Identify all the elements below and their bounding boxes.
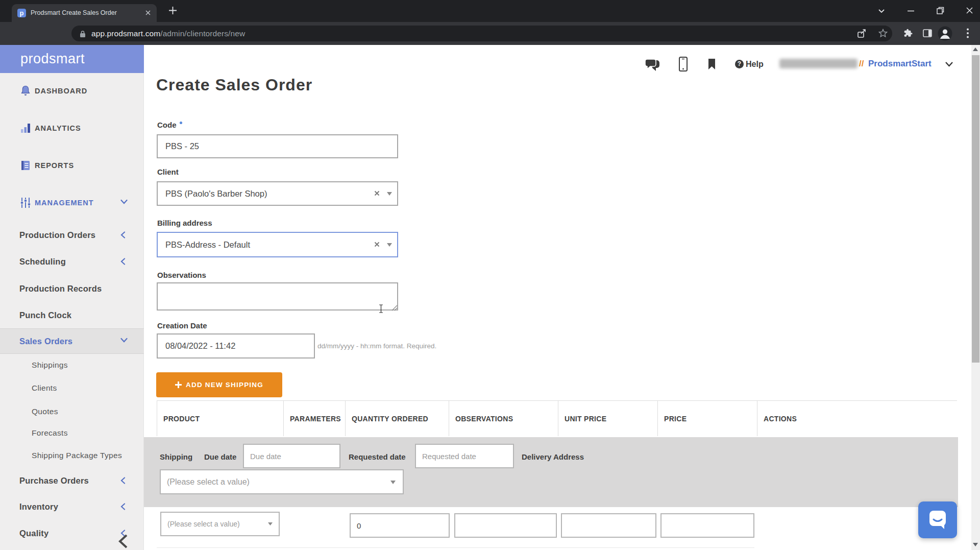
column-header-product: PRODUCT	[157, 401, 283, 436]
observations-label: Observations	[157, 271, 206, 279]
chat-widget-button[interactable]	[918, 501, 957, 538]
add-new-shipping-button[interactable]: ADD NEW SHIPPING	[156, 372, 282, 397]
sidebar-item-production-orders[interactable]: Production Orders	[0, 229, 144, 241]
sidebar-collapse-chevron[interactable]	[116, 534, 129, 549]
sidebar-item-quotes[interactable]: Quotes	[0, 406, 144, 417]
price-input[interactable]	[660, 513, 754, 538]
billing-address-select[interactable]: PBS-Address - Default	[157, 232, 398, 257]
sidebar-item-purchase-orders[interactable]: Purchase Orders	[0, 474, 144, 487]
prodsmart-favicon: p	[17, 9, 26, 17]
sidebar-item-scheduling[interactable]: Scheduling	[0, 255, 144, 268]
row-divider	[157, 547, 754, 548]
delivery-address-select[interactable]: (Please select a value)	[160, 469, 404, 494]
tab-title: Prodsmart Create Sales Order	[31, 9, 117, 16]
prodsmart-logo[interactable]: prodsmart	[0, 45, 144, 73]
requested-date-input[interactable]: Requested date	[415, 444, 514, 468]
user-name-redacted[interactable]	[779, 59, 857, 68]
browser-tab[interactable]: p Prodsmart Create Sales Order	[12, 4, 157, 22]
sidebar-item-production-records[interactable]: Production Records	[0, 282, 144, 295]
tab-search-chevron-icon[interactable]	[877, 7, 886, 15]
column-header-quantity-ordered: QUANTITY ORDERED	[345, 401, 449, 436]
lock-icon[interactable]	[80, 30, 86, 38]
scrollbar-up-arrow[interactable]	[973, 47, 978, 51]
client-label: Client	[157, 168, 179, 176]
column-header-actions: ACTIONS	[757, 401, 957, 436]
browser-menu-dots-icon[interactable]	[966, 28, 969, 39]
sidebar: prodsmart DASHBOARD ANALYTICS REPORTS MA…	[0, 45, 144, 550]
observations-input[interactable]	[454, 513, 557, 538]
sidebar-item-forecasts[interactable]: Forecasts	[0, 427, 144, 439]
observations-textarea[interactable]	[157, 282, 398, 310]
shipping-label: Shipping	[160, 452, 192, 461]
chevron-left-icon	[120, 258, 126, 265]
chevron-left-icon	[120, 503, 126, 510]
page-scrollbar[interactable]	[971, 45, 980, 550]
user-menu-chevron-icon[interactable]	[945, 61, 953, 67]
new-tab-button[interactable]	[168, 6, 177, 15]
company-name[interactable]: ProdsmartStart	[868, 59, 932, 69]
scrollbar-thumb[interactable]	[972, 55, 979, 363]
code-label: Code	[157, 121, 177, 129]
column-header-unit-price: UNIT PRICE	[558, 401, 657, 436]
help-label[interactable]: Help	[746, 60, 764, 69]
due-date-input[interactable]: Due date	[243, 444, 340, 468]
tab-close-icon[interactable]	[144, 9, 152, 16]
sidebar-item-reports[interactable]: REPORTS	[0, 159, 144, 172]
client-select[interactable]: PBS (Paolo's Barber Shop)	[157, 181, 398, 206]
code-help-dot[interactable]	[180, 122, 182, 124]
window-minimize-button[interactable]	[907, 7, 915, 15]
mobile-phone-icon[interactable]	[679, 57, 688, 71]
sliders-icon	[19, 197, 32, 209]
column-header-price: PRICE	[657, 401, 757, 436]
due-date-label: Due date	[204, 452, 236, 461]
clear-icon[interactable]	[374, 242, 380, 247]
chat-bubble-icon	[928, 510, 947, 530]
resize-handle-icon[interactable]	[391, 304, 398, 311]
chat-bubbles-icon[interactable]	[645, 59, 660, 72]
sidebar-item-management[interactable]: MANAGEMENT	[0, 197, 144, 209]
share-icon[interactable]	[857, 29, 867, 38]
side-panel-icon[interactable]	[923, 29, 932, 37]
chevron-left-icon	[120, 231, 126, 238]
bookmark-star-icon[interactable]	[878, 29, 888, 38]
scrollbar-down-arrow[interactable]	[973, 543, 978, 546]
chevron-left-icon	[120, 477, 126, 484]
help-icon[interactable]: ?	[735, 60, 744, 68]
order-items-table-header: PRODUCT PARAMETERS QUANTITY ORDERED OBSE…	[157, 400, 957, 436]
bar-chart-icon	[19, 122, 32, 134]
browser-tab-bar: p Prodsmart Create Sales Order	[0, 0, 980, 22]
creation-date-label: Creation Date	[157, 321, 207, 330]
bookmark-icon[interactable]	[708, 58, 716, 70]
chevron-down-icon	[120, 199, 128, 204]
requested-date-label: Requested date	[349, 452, 406, 461]
sidebar-item-punch-clock[interactable]: Punch Clock	[0, 309, 144, 321]
url-text[interactable]: app.prodsmart.com/admin/clientorders/new	[91, 29, 245, 38]
window-close-button[interactable]	[966, 7, 973, 14]
quantity-ordered-input[interactable]: 0	[350, 513, 450, 538]
sidebar-item-clients[interactable]: Clients	[0, 382, 144, 394]
unit-price-input[interactable]	[561, 513, 656, 538]
select-caret-icon[interactable]	[387, 243, 392, 247]
delivery-address-label: Delivery Address	[522, 452, 584, 461]
column-header-parameters: PARAMETERS	[283, 401, 345, 436]
select-caret-icon[interactable]	[387, 192, 392, 196]
product-select[interactable]: (Please select a value)	[160, 512, 280, 536]
sidebar-item-sales-orders[interactable]: Sales Orders	[0, 335, 144, 347]
window-restore-button[interactable]	[937, 7, 944, 14]
extensions-puzzle-icon[interactable]	[904, 29, 913, 38]
billing-address-label: Billing address	[157, 219, 212, 227]
sidebar-item-analytics[interactable]: ANALYTICS	[0, 122, 144, 134]
clear-icon[interactable]	[374, 190, 380, 196]
browser-profile-avatar[interactable]	[938, 26, 952, 41]
text-cursor	[379, 304, 383, 313]
sidebar-item-shipping-package-types[interactable]: Shipping Package Types	[0, 450, 144, 461]
sidebar-item-shippings[interactable]: Shippings	[0, 360, 144, 371]
select-caret-icon[interactable]	[390, 481, 396, 484]
bell-icon	[19, 85, 32, 97]
sidebar-item-inventory[interactable]: Inventory	[0, 500, 144, 513]
code-input[interactable]: PBS - 25	[157, 134, 398, 158]
select-caret-icon[interactable]	[268, 522, 273, 525]
sidebar-item-dashboard[interactable]: DASHBOARD	[0, 85, 144, 97]
page-title: Create Sales Order	[156, 76, 312, 94]
creation-date-input[interactable]: 08/04/2022 - 11:42	[157, 333, 315, 358]
